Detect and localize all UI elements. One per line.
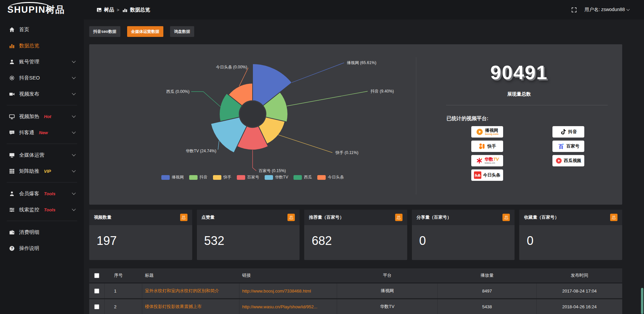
stat-card-推荐量（百家号）: 推荐量（百家号）总682 — [304, 210, 407, 260]
legend-swatch — [213, 175, 221, 180]
legend-item-今日头条[interactable]: 今日头条 — [317, 174, 344, 180]
pie-leader-line — [253, 150, 256, 171]
select-all-checkbox[interactable] — [94, 273, 99, 278]
tab-media-operation-data[interactable]: 全媒体运营数据 — [127, 26, 163, 37]
toutiao-logo: 头条 — [474, 171, 481, 179]
table-cell-plays: 8497 — [438, 283, 537, 298]
pie-leader-line — [292, 63, 344, 83]
breadcrumb-item-data-overview[interactable]: 数据总览 — [122, 7, 150, 13]
sidebar-item-label: 视频发布 — [19, 91, 39, 97]
stat-card-title: 收藏量（百家号） — [524, 214, 559, 220]
pie-leader-line — [287, 91, 368, 106]
gear-icon — [9, 75, 15, 81]
platform-name: 华数TV — [485, 157, 499, 162]
total-badge[interactable]: 总 — [502, 214, 510, 221]
stat-card-title: 点赞量 — [202, 214, 215, 220]
platform-badge-抖音: 抖音 — [552, 126, 584, 138]
user-menu[interactable]: 用户名: zswodun88 — [584, 7, 629, 13]
table-cell-title[interactable]: 楼体投影灯投影效果震撼上市 — [142, 299, 239, 314]
monitor-icon — [9, 152, 15, 158]
legend-swatch — [189, 175, 198, 180]
legend-item-西瓜[interactable]: 西瓜 — [293, 174, 312, 180]
platform-name-wrap: 华数TVwasu.cn — [485, 157, 499, 164]
platform-name: 百家号 — [567, 144, 580, 149]
chart-icon — [122, 7, 128, 13]
stat-card-header: 分享量（百家号）总 — [412, 210, 515, 225]
sidebar-item-matrix-boost[interactable]: 矩阵助推VIP — [0, 163, 84, 179]
douyin-logo — [560, 128, 567, 135]
chevron-down-icon — [627, 7, 630, 11]
legend-label: 播视网 — [172, 174, 184, 180]
table-cell-title[interactable]: 室外水纹灯和室内水纹灯的区别和简介 — [142, 283, 239, 298]
pie-label-百家号: 百家号 (0.15%) — [259, 168, 286, 174]
legend-swatch — [293, 175, 302, 180]
page-scrollbar[interactable] — [641, 19, 643, 314]
sidebar-item-home[interactable]: 首页 — [0, 21, 84, 38]
platform-badge-华数TV: 华数TVwasu.cn — [471, 155, 503, 166]
pie-label-西瓜: 西瓜 (0.00%) — [166, 89, 190, 95]
stat-card-value: 682 — [304, 225, 407, 248]
sidebar-item-consume-detail[interactable]: 消费明细 — [0, 224, 84, 240]
sidebar-divider — [7, 144, 77, 144]
platform-name-wrap: 快手 — [487, 144, 496, 149]
sidebar-divider — [7, 221, 77, 221]
chevron-down-icon — [72, 130, 75, 134]
total-exposure-value: 90491 — [416, 61, 622, 84]
svg-text:头条: 头条 — [475, 174, 481, 177]
sidebar-item-video-heat[interactable]: 视频加热Hot — [0, 108, 84, 124]
summary-divider — [446, 105, 608, 105]
stat-card-value: 0 — [412, 225, 515, 248]
tab-douyin-seo-data[interactable]: 抖音seo数据 — [89, 26, 120, 37]
sidebar-item-member-burst[interactable]: 会员爆客Tools — [0, 186, 84, 202]
sidebar-item-label: 线索监控 — [19, 207, 39, 213]
legend-item-百家号[interactable]: 百家号 — [237, 174, 259, 180]
chart-panel: 播视网 (65.61%)抖音 (9.40%)快手 (0.11%)百家号 (0.1… — [89, 44, 622, 205]
stat-card-header: 视频数量总 — [89, 210, 192, 225]
legend-item-抖音[interactable]: 抖音 — [189, 174, 208, 180]
platform-name: 快手 — [487, 144, 496, 149]
sidebar-item-douketong[interactable]: 抖客通New — [0, 124, 84, 141]
sidebar-item-douyin-seo[interactable]: 抖音SEO — [0, 70, 84, 86]
sidebar-item-label: 全媒体运营 — [19, 152, 44, 158]
legend-item-华数TV[interactable]: 华数TV — [265, 174, 288, 180]
table-cell-checkbox — [89, 283, 105, 298]
legend-item-播视网[interactable]: 播视网 — [161, 174, 184, 180]
sidebar-item-tag: Tools — [44, 191, 55, 196]
sidebar-item-help[interactable]: ?操作说明 — [0, 240, 84, 256]
table-cell-link[interactable]: http://www.wasu.cn/Play/show/id/952... — [239, 299, 337, 314]
sidebar-item-account-manage[interactable]: 账号管理 — [0, 54, 84, 70]
sidebar-item-video-publish[interactable]: 视频发布 — [0, 86, 84, 102]
sidebar-item-clue-monitor[interactable]: 线索监控Tools — [0, 202, 84, 218]
sidebar-item-label: 矩阵助推 — [19, 168, 39, 174]
bar-chart-icon — [9, 43, 15, 49]
breadcrumb-item-shupin[interactable]: 树品 — [96, 7, 114, 13]
svg-text:?: ? — [11, 246, 13, 250]
stat-card-value: 0 — [519, 225, 622, 248]
total-badge[interactable]: 总 — [610, 214, 618, 221]
stat-card-title: 推荐量（百家号） — [309, 214, 344, 220]
sidebar-divider — [7, 105, 77, 105]
row-checkbox[interactable] — [94, 289, 99, 294]
fullscreen-icon[interactable] — [571, 7, 577, 13]
legend-item-快手[interactable]: 快手 — [213, 174, 231, 180]
pie-label-今日头条: 今日头条 (0.00%) — [216, 64, 247, 70]
table-row: 2楼体投影灯投影效果震撼上市http://www.wasu.cn/Play/sh… — [89, 299, 622, 314]
stat-card-分享量（百家号）: 分享量（百家号）总0 — [412, 210, 515, 260]
row-checkbox[interactable] — [94, 304, 99, 309]
sidebar-item-data-overview[interactable]: 数据总览 — [0, 38, 84, 54]
sidebar-item-label: 会员爆客 — [19, 191, 39, 197]
total-badge[interactable]: 总 — [395, 214, 402, 221]
boosj-logo — [476, 128, 483, 136]
platform-name-wrap: 播视网boosj.com — [485, 128, 498, 136]
stat-card-header: 点赞量总 — [197, 210, 300, 225]
table-cell-link[interactable]: http://www.boosj.com/7338468.html — [239, 283, 337, 298]
chevron-down-icon — [72, 207, 75, 211]
total-badge[interactable]: 总 — [180, 214, 187, 221]
sidebar-item-media-operation[interactable]: 全媒体运营 — [0, 147, 84, 163]
table-header-row: 序号标题链接平台播放量发布时间 — [89, 268, 622, 282]
scrollbar-thumb[interactable] — [641, 288, 643, 314]
total-badge[interactable]: 总 — [287, 214, 295, 221]
legend-swatch — [237, 175, 245, 180]
pie-label-播视网: 播视网 (65.61%) — [347, 60, 376, 66]
tab-inquiry-data[interactable]: 询盘数据 — [170, 26, 194, 37]
